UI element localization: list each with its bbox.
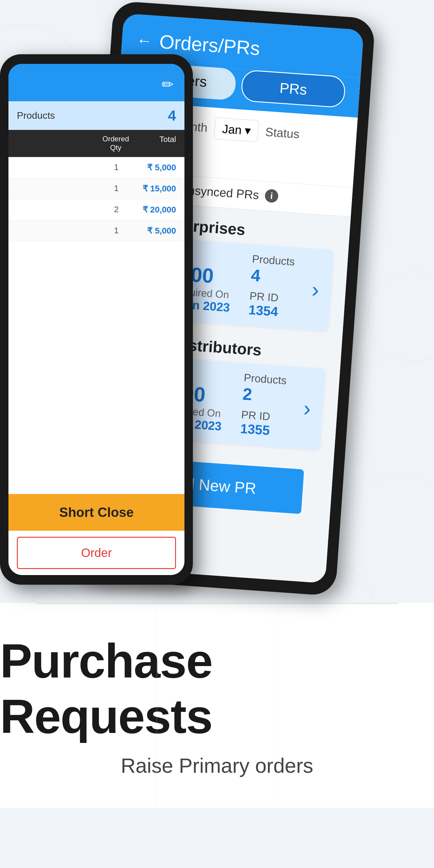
products-count-2: 2 <box>242 384 286 407</box>
row2-qty: 1 <box>96 184 136 193</box>
cancel-order-button[interactable]: Order <box>17 537 176 569</box>
pr-card-2-right: Products 2 PR ID 1355 <box>240 371 287 439</box>
products-count-1: 4 <box>250 265 294 288</box>
pr-id-label-1: PR ID <box>249 290 280 304</box>
edit-icon[interactable]: ✏ <box>161 76 174 93</box>
row1-total: ₹ 5,000 <box>136 162 176 173</box>
info-icon[interactable]: i <box>265 189 279 203</box>
short-close-button[interactable]: Short Close <box>8 494 184 531</box>
col-header-total: Total <box>137 135 176 152</box>
phone-front-screen: ✏ Products 4 Ordered Qty Total 1 ₹ 5,000 <box>8 64 184 575</box>
table-row: 2 ₹ 20,000 <box>8 199 184 220</box>
month-chevron-icon: ▾ <box>244 123 251 137</box>
front-products-bar: Products 4 <box>8 101 184 130</box>
pr-id-label-2: PR ID <box>241 408 271 423</box>
pr-card-2-arrow-icon[interactable]: › <box>303 396 312 421</box>
row3-qty: 2 <box>96 205 136 214</box>
table-row: 1 ₹ 5,000 <box>8 157 184 178</box>
bottom-section: Purchase Requests Raise Primary orders <box>0 603 434 808</box>
page-title: Purchase Requests <box>0 633 434 744</box>
table-row: 1 ₹ 5,000 <box>8 220 184 241</box>
page-subtitle: Raise Primary orders <box>121 754 313 777</box>
front-products-count: 4 <box>168 107 176 124</box>
month-select[interactable]: Jan ▾ <box>214 117 259 142</box>
status-label: Status <box>265 125 300 141</box>
month-value: Jan <box>222 122 242 137</box>
row4-total: ₹ 5,000 <box>136 226 176 236</box>
col-header-product <box>17 135 94 152</box>
pr-card-1-arrow-icon[interactable]: › <box>311 277 320 302</box>
pr-id-value-2: 1355 <box>240 421 270 438</box>
front-table-rows: 1 ₹ 5,000 1 ₹ 15,000 2 ₹ 20,000 1 ₹ 5,00… <box>8 157 184 494</box>
col-header-qty: Ordered Qty <box>96 135 135 152</box>
front-table-header: Ordered Qty Total <box>8 130 184 157</box>
phones-section: ← Orders/PRs Orders PRs Filters: Month J… <box>0 0 434 663</box>
pr-card-1-right: Products 4 PR ID 1354 <box>248 253 296 320</box>
row1-qty: 1 <box>96 162 136 172</box>
row4-qty: 1 <box>96 226 136 236</box>
table-row: 1 ₹ 15,000 <box>8 178 184 199</box>
row2-total: ₹ 15,000 <box>136 184 176 193</box>
pr-id-value-1: 1354 <box>248 302 278 319</box>
front-header: ✏ <box>8 64 184 101</box>
phone-front: ✏ Products 4 Ordered Qty Total 1 ₹ 5,000 <box>0 54 193 585</box>
row3-total: ₹ 20,000 <box>136 205 176 215</box>
front-products-label: Products <box>17 110 55 121</box>
back-arrow-icon[interactable]: ← <box>136 32 153 49</box>
